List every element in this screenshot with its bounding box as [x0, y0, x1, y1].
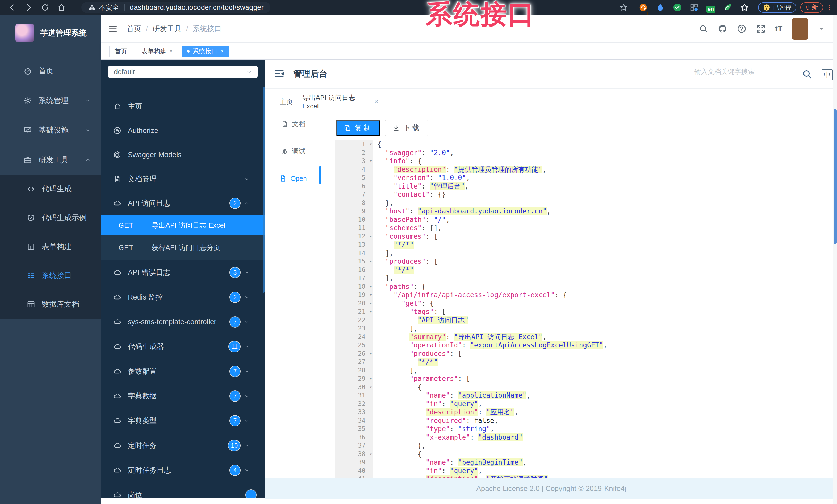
code-line[interactable]: "operationId": "exportApiAccessLogExcelU…: [377, 341, 833, 350]
code-line[interactable]: },: [377, 442, 833, 450]
extension-check-icon[interactable]: [672, 3, 682, 12]
tag-close-icon[interactable]: ×: [220, 48, 224, 55]
code-line[interactable]: "*/*": [377, 241, 833, 249]
knife4j-item-岗位[interactable]: 岗位: [101, 483, 265, 498]
line-number[interactable]: 13: [335, 241, 373, 249]
fold-arrow-icon[interactable]: ▾: [369, 157, 372, 165]
code-line[interactable]: "name": "beginBeginTime",: [377, 458, 833, 467]
sidebar-item-系统管理[interactable]: 系统管理: [0, 86, 101, 115]
line-number[interactable]: 15▾: [335, 257, 373, 266]
line-number[interactable]: 35: [335, 425, 373, 433]
line-number[interactable]: 30▾: [335, 383, 373, 391]
code-line[interactable]: {: [377, 140, 833, 149]
fold-arrow-icon[interactable]: ▾: [369, 383, 372, 391]
code-line[interactable]: "schemes": [],: [377, 224, 833, 232]
extension-translate-icon[interactable]: en: [706, 2, 715, 13]
fold-arrow-icon[interactable]: ▾: [369, 291, 372, 299]
fold-arrow-icon[interactable]: ▾: [369, 450, 372, 459]
code-line[interactable]: "produces": [: [377, 350, 833, 358]
code-line[interactable]: "name": "applicationName",: [377, 391, 833, 400]
download-button[interactable]: 下载: [385, 120, 428, 136]
extension-pinwheel-icon[interactable]: [740, 3, 749, 12]
line-number[interactable]: 21▾: [335, 307, 373, 316]
code-line[interactable]: "parameters": [: [377, 374, 833, 383]
code-line[interactable]: {: [377, 450, 833, 459]
knife4j-item-定时任务日志[interactable]: 定时任务日志4: [101, 458, 265, 483]
sidebar-scrollbar[interactable]: [263, 87, 265, 293]
update-pill[interactable]: 更新: [800, 2, 823, 13]
avatar-caret-icon[interactable]: [818, 25, 825, 32]
address-bar[interactable]: 不安全 dashboard.yudao.iocoder.cn/tool/swag…: [82, 2, 270, 13]
code-line[interactable]: {: [377, 383, 833, 391]
code-line[interactable]: ],: [377, 274, 833, 282]
fold-arrow-icon[interactable]: ▾: [369, 350, 372, 358]
browser-forward-icon[interactable]: [24, 3, 33, 12]
line-number[interactable]: 2: [335, 149, 373, 157]
line-number[interactable]: 12▾: [335, 232, 373, 241]
tag-表单构建[interactable]: 表单构建×: [136, 45, 178, 57]
sidebar-item-首页[interactable]: 首页: [0, 56, 101, 86]
line-number[interactable]: 16: [335, 266, 373, 274]
doc-tab-导出API 访问日志 Excel[interactable]: 导出API 访问日志 Excel×: [302, 93, 378, 111]
line-number[interactable]: 5: [335, 173, 373, 182]
browser-reload-icon[interactable]: [41, 3, 50, 12]
code-line[interactable]: "description": "应用名",: [377, 408, 833, 416]
line-number[interactable]: 19▾: [335, 291, 373, 299]
knife4j-item-主页[interactable]: 主页: [101, 94, 265, 118]
line-number[interactable]: 24: [335, 333, 373, 341]
fold-arrow-icon[interactable]: ▾: [369, 282, 372, 291]
operation-导出API 访问日志 Excel[interactable]: GET导出API 访问日志 Excel: [101, 215, 265, 236]
code-line[interactable]: "*/*": [377, 266, 833, 274]
extension-orange-icon[interactable]: 1: [638, 3, 648, 12]
code-line[interactable]: },: [377, 199, 833, 207]
tag-close-icon[interactable]: ×: [169, 48, 173, 55]
line-number[interactable]: 29▾: [335, 374, 373, 383]
extension-leaf-icon[interactable]: [723, 3, 732, 12]
line-number[interactable]: 40: [335, 467, 373, 475]
editor-code[interactable]: { "swagger": "2.0", "info": { "descripti…: [373, 140, 833, 478]
code-line[interactable]: "produces": [: [377, 257, 833, 266]
code-line[interactable]: "API 访问日志": [377, 316, 833, 324]
tag-首页[interactable]: 首页: [109, 45, 132, 57]
knife4j-item-字典类型[interactable]: 字典类型7: [101, 408, 265, 433]
code-line[interactable]: "swagger": "2.0",: [377, 149, 833, 157]
code-line[interactable]: "x-example": "dashboard": [377, 433, 833, 442]
tag-系统接口[interactable]: 系统接口×: [182, 45, 229, 57]
line-number[interactable]: 14: [335, 249, 373, 258]
line-number[interactable]: 6: [335, 182, 373, 191]
doc-search-icon[interactable]: [802, 69, 812, 79]
browser-back-icon[interactable]: [8, 3, 17, 12]
github-icon[interactable]: [718, 24, 727, 34]
code-line[interactable]: "/api/infra/api-access-log/export-excel"…: [377, 291, 833, 299]
fold-arrow-icon[interactable]: ▾: [369, 232, 372, 241]
knife4j-item-API 访问日志[interactable]: API 访问日志2: [101, 191, 265, 215]
code-line[interactable]: "title": "管理后台",: [377, 182, 833, 191]
knife4j-item-Authorize[interactable]: Authorize: [101, 118, 265, 143]
sidebar-subitem-数据库文档[interactable]: 数据库文档: [0, 290, 101, 319]
sidebar-subitem-表单构建[interactable]: 表单构建: [0, 232, 101, 261]
code-line[interactable]: "summary": "导出API 访问日志 Excel",: [377, 333, 833, 341]
knife4j-item-字典数据[interactable]: 字典数据7: [101, 384, 265, 408]
line-number[interactable]: 1▾: [335, 140, 373, 149]
copy-button[interactable]: 复制: [336, 120, 380, 136]
line-number[interactable]: 28: [335, 366, 373, 375]
line-number[interactable]: 33: [335, 408, 373, 416]
fold-arrow-icon[interactable]: ▾: [369, 307, 372, 316]
code-line[interactable]: "contact": {}: [377, 190, 833, 199]
extension-drop-icon[interactable]: [655, 3, 665, 12]
line-number[interactable]: 37: [335, 442, 373, 450]
line-number[interactable]: 32: [335, 400, 373, 408]
line-number[interactable]: 26▾: [335, 350, 373, 358]
knife4j-item-Redis 监控[interactable]: Redis 监控2: [101, 285, 265, 310]
code-line[interactable]: "in": "query",: [377, 467, 833, 475]
mini-nav-文档[interactable]: 文档: [265, 110, 321, 137]
line-number[interactable]: 34: [335, 416, 373, 425]
breadcrumb-item[interactable]: 研发工具: [153, 24, 181, 34]
api-group-select[interactable]: default: [108, 66, 258, 78]
line-number[interactable]: 31: [335, 391, 373, 400]
line-number[interactable]: 36: [335, 433, 373, 442]
code-editor[interactable]: 1▾23▾456789101112▾131415▾161718▾19▾20▾21…: [335, 140, 833, 478]
sidebar-subitem-代码生成示例[interactable]: 代码生成示例: [0, 203, 101, 232]
page-scrollbar[interactable]: [833, 15, 837, 504]
line-number[interactable]: 4: [335, 165, 373, 174]
